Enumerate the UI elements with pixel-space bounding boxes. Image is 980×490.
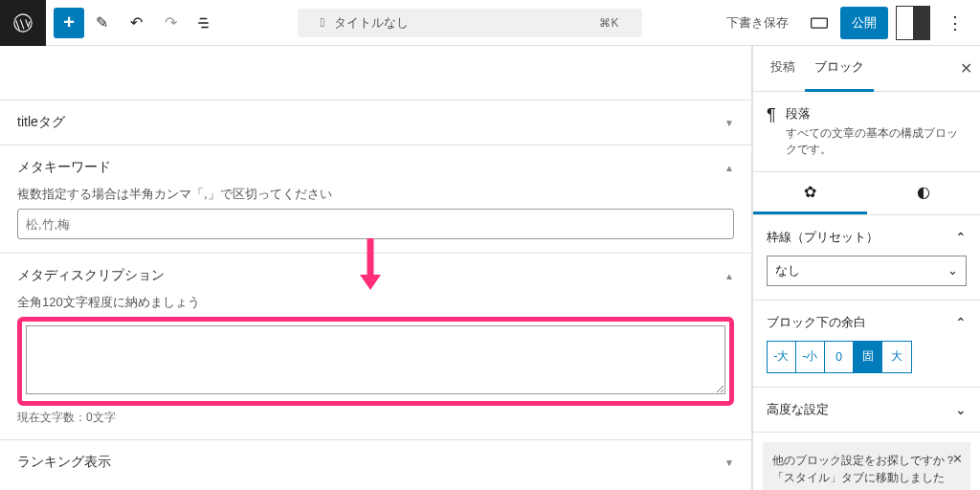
publish-button[interactable]: 公開: [840, 7, 888, 39]
char-counter: 現在文字数：0文字: [17, 410, 734, 426]
save-draft-button[interactable]: 下書き保存: [717, 9, 798, 37]
more-menu-icon[interactable]: ⋮: [938, 6, 972, 40]
block-title: 段落: [786, 105, 967, 122]
chevron-down-icon: ⌄: [955, 402, 967, 417]
help-text: 複数指定する場合は半角カンマ「,」で区切ってください: [17, 186, 734, 203]
outline-icon[interactable]: [188, 6, 222, 40]
margin-button-group: -大-小0固大: [767, 341, 912, 373]
chevron-up-icon: ▲: [724, 163, 734, 173]
margin-option[interactable]: 固: [854, 342, 882, 372]
wp-logo-icon[interactable]: [0, 0, 46, 46]
info-notice: 他のブロック設定をお探しですか？「スタイル」タブに移動しました ✕: [763, 442, 970, 490]
tab-block[interactable]: ブロック: [805, 46, 874, 92]
block-description: ¶ 段落 すべての文章の基本の構成ブロックです。: [753, 92, 980, 172]
add-block-button[interactable]: +: [54, 8, 84, 38]
margin-option[interactable]: 大: [882, 342, 911, 372]
contrast-icon: ◐: [917, 183, 930, 201]
edit-mode-icon[interactable]: ✎: [84, 6, 119, 40]
block-subdesc: すべての文章の基本の構成ブロックです。: [786, 125, 967, 158]
panel-label: 高度な設定: [767, 401, 829, 418]
panel-label: 枠線（プリセット）: [767, 229, 879, 246]
tab-post[interactable]: 投稿: [761, 46, 805, 92]
preset-select[interactable]: なし ⌄: [767, 256, 967, 286]
help-text: 全角120文字程度に納めましょう: [17, 294, 734, 311]
panel-label: メタディスクリプション: [17, 267, 165, 284]
margin-option[interactable]: -小: [796, 342, 825, 372]
gear-icon: ✿: [804, 183, 816, 201]
panel-meta-description: メタディスクリプション ▲ 全角120文字程度に納めましょう 現在文字数：0文字: [0, 253, 751, 439]
panel-label: titleタグ: [17, 114, 65, 131]
panel-block-margin: ブロック下の余白 ⌃ -大-小0固大: [753, 301, 980, 388]
svg-rect-1: [812, 18, 828, 28]
document-title: タイトルなし: [334, 14, 409, 32]
panel-border-preset: 枠線（プリセット） ⌃ なし ⌄: [753, 215, 980, 301]
editor-content: titleタグ ▼ メタキーワード ▲ 複数指定する場合は半角カンマ「,」で区切…: [0, 46, 752, 490]
panel-title-tag: titleタグ ▼: [0, 100, 751, 145]
settings-sidebar: 投稿 ブロック ✕ ¶ 段落 すべての文章の基本の構成ブロックです。 ✿ ◐ 枠…: [752, 46, 980, 490]
meta-description-textarea[interactable]: [26, 325, 725, 394]
chevron-up-icon: ⌃: [955, 230, 967, 245]
highlighted-frame: [17, 317, 734, 406]
dismiss-icon[interactable]: ✕: [952, 450, 963, 469]
pen-icon: 𓆩: [321, 15, 325, 30]
shortcut-hint: ⌘K: [599, 16, 618, 30]
panel-advanced: 高度な設定 ⌄: [753, 388, 980, 433]
undo-icon[interactable]: ↶: [119, 6, 153, 40]
panel-label: メタキーワード: [17, 159, 111, 176]
subtab-styles[interactable]: ◐: [867, 172, 981, 214]
chevron-down-icon: ▼: [724, 457, 734, 468]
editor-topbar: + ✎ ↶ ↷ 𓆩 タイトルなし ⌘K 下書き保存 公開 ⋮: [0, 0, 980, 46]
panel-ranking: ランキング表示 ▼: [0, 439, 751, 484]
subtab-settings[interactable]: ✿: [753, 172, 867, 214]
panel-label: ランキング表示: [17, 454, 111, 471]
redo-icon: ↷: [153, 6, 188, 40]
panel-label: ブロック下の余白: [767, 314, 866, 331]
chevron-up-icon: ▲: [724, 271, 734, 281]
document-title-bar[interactable]: 𓆩 タイトルなし ⌘K: [298, 9, 642, 37]
paragraph-icon: ¶: [767, 105, 776, 158]
margin-option[interactable]: 0: [825, 342, 854, 372]
sidebar-toggle-icon[interactable]: [896, 6, 930, 40]
preview-icon[interactable]: [802, 6, 836, 40]
chevron-up-icon: ⌃: [955, 315, 967, 330]
panel-meta-keywords: メタキーワード ▲ 複数指定する場合は半角カンマ「,」で区切ってください: [0, 145, 751, 253]
close-icon[interactable]: ✕: [960, 59, 972, 78]
margin-option[interactable]: -大: [768, 342, 796, 372]
chevron-down-icon: ▼: [724, 118, 734, 128]
chevron-down-icon: ⌄: [947, 263, 958, 278]
meta-keywords-input[interactable]: [17, 209, 734, 239]
